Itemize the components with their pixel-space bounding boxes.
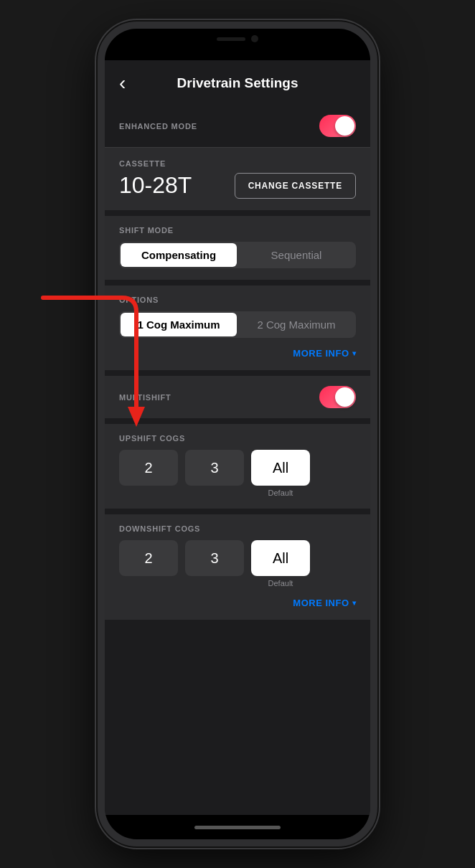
- more-info-button-1[interactable]: MORE INFO ▾: [293, 348, 356, 359]
- shift-mode-compensating[interactable]: Compensating: [121, 243, 237, 267]
- downshift-default-label: Default: [268, 579, 293, 588]
- more-info-label-2: MORE INFO: [293, 598, 349, 608]
- more-info-chevron-2: ▾: [352, 599, 357, 607]
- downshift-cogs-buttons: 2 3 All Default: [119, 540, 356, 588]
- downshift-cogs-label: DOWNSHIFT COGS: [119, 524, 356, 533]
- speaker-grill: [217, 37, 245, 41]
- downshift-section: DOWNSHIFT COGS 2 3 All Default: [105, 514, 370, 620]
- cassette-value: 10-28T: [119, 172, 192, 199]
- upshift-2-button[interactable]: 2: [119, 450, 178, 486]
- shift-mode-sequential[interactable]: Sequential: [238, 243, 354, 267]
- phone-outer: ‹ Drivetrain Settings ENHANCED MODE CASS…: [0, 0, 475, 868]
- upshift-cogs-label: UPSHIFT COGS: [119, 434, 356, 443]
- more-info-chevron-1: ▾: [352, 349, 357, 357]
- downshift-2-wrapper: 2: [119, 540, 178, 576]
- downshift-3-button[interactable]: 3: [185, 540, 244, 576]
- toggle-knob: [335, 116, 354, 136]
- upshift-cogs-buttons: 2 3 All Default: [119, 450, 356, 497]
- cassette-section: CASSETTE 10-28T CHANGE CASSETTE: [105, 148, 370, 210]
- home-indicator: [194, 826, 281, 829]
- page-title: Drivetrain Settings: [177, 75, 298, 91]
- shift-mode-label: SHIFT MODE: [119, 226, 356, 235]
- options-section: OPTIONS 1 Cog Maximum 2 Cog Maximum MORE…: [105, 286, 370, 370]
- shift-mode-control: Compensating Sequential: [119, 242, 356, 268]
- downshift-3-wrapper: 3: [185, 540, 244, 576]
- upshift-2-wrapper: 2: [119, 450, 178, 486]
- multishift-row: MULTISHIFT: [105, 376, 370, 418]
- options-control: 1 Cog Maximum 2 Cog Maximum: [119, 311, 356, 338]
- back-button[interactable]: ‹: [119, 69, 131, 98]
- enhanced-mode-row: ENHANCED MODE: [105, 105, 370, 148]
- upshift-3-button[interactable]: 3: [185, 450, 244, 486]
- notch-detail: [194, 29, 281, 49]
- front-camera: [251, 35, 258, 42]
- upshift-all-button[interactable]: All: [251, 450, 310, 486]
- multishift-toggle[interactable]: [319, 386, 356, 408]
- more-info-button-2[interactable]: MORE INFO ▾: [293, 598, 356, 608]
- more-info-label-1: MORE INFO: [293, 348, 349, 359]
- downshift-2-button[interactable]: 2: [119, 540, 178, 576]
- options-label: OPTIONS: [119, 296, 356, 304]
- enhanced-mode-label: ENHANCED MODE: [119, 122, 197, 131]
- upshift-all-wrapper: All Default: [251, 450, 310, 497]
- content-scroll[interactable]: ENHANCED MODE CASSETTE 10-28T CHANGE CAS…: [105, 105, 370, 815]
- change-cassette-button[interactable]: CHANGE CASSETTE: [235, 173, 356, 199]
- navigation-header: ‹ Drivetrain Settings: [105, 60, 370, 105]
- screen: ‹ Drivetrain Settings ENHANCED MODE CASS…: [105, 60, 370, 839]
- phone-notch: [105, 29, 370, 60]
- cassette-row: 10-28T CHANGE CASSETTE: [119, 172, 356, 199]
- home-indicator-area: [105, 815, 370, 839]
- downshift-all-wrapper: All Default: [251, 540, 310, 588]
- multishift-label: MULTISHIFT: [119, 393, 171, 402]
- more-info-row-2: MORE INFO ▾: [119, 598, 356, 608]
- upshift-3-wrapper: 3: [185, 450, 244, 486]
- more-info-row-1: MORE INFO ▾: [119, 348, 356, 359]
- option-1-cog[interactable]: 1 Cog Maximum: [121, 313, 237, 336]
- enhanced-mode-toggle[interactable]: [319, 115, 356, 137]
- option-2-cog[interactable]: 2 Cog Maximum: [238, 313, 354, 336]
- multishift-toggle-knob: [335, 387, 354, 407]
- downshift-all-button[interactable]: All: [251, 540, 310, 576]
- upshift-default-label: Default: [268, 489, 293, 497]
- upshift-section: UPSHIFT COGS 2 3 All Default: [105, 424, 370, 509]
- phone-frame: ‹ Drivetrain Settings ENHANCED MODE CASS…: [98, 22, 377, 846]
- cassette-label: CASSETTE: [119, 159, 356, 168]
- shift-mode-section: SHIFT MODE Compensating Sequential: [105, 216, 370, 280]
